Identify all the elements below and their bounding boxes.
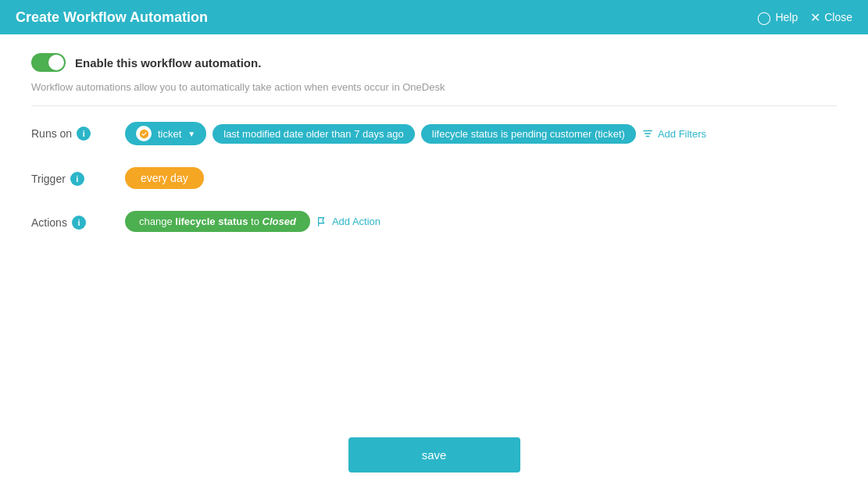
modal-header: Create Workflow Automation ◯ Help ✕ Clos… bbox=[0, 0, 868, 34]
enable-row: Enable this workflow automation. bbox=[31, 53, 837, 72]
runs-on-label: Runs on i bbox=[31, 122, 125, 141]
filter-pill-1[interactable]: last modified date older than 7 days ago bbox=[213, 124, 415, 144]
trigger-info-icon[interactable]: i bbox=[70, 172, 84, 186]
header-actions: ◯ Help ✕ Close bbox=[757, 10, 852, 25]
actions-info-icon[interactable]: i bbox=[72, 216, 86, 230]
trigger-label: Trigger i bbox=[31, 167, 125, 186]
save-button[interactable]: save bbox=[348, 437, 520, 473]
ticket-chevron-icon: ▼ bbox=[188, 130, 195, 138]
actions-label: Actions i bbox=[31, 211, 125, 230]
modal-title: Create Workflow Automation bbox=[16, 9, 208, 26]
filter-icon bbox=[642, 128, 653, 139]
modal-body: Enable this workflow automation. Workflo… bbox=[0, 34, 868, 425]
close-icon: ✕ bbox=[810, 10, 820, 25]
close-button[interactable]: ✕ Close bbox=[810, 10, 852, 25]
add-action-button[interactable]: Add Action bbox=[316, 216, 380, 227]
add-filters-button[interactable]: Add Filters bbox=[642, 128, 706, 140]
trigger-content: every day bbox=[125, 167, 837, 189]
help-icon: ◯ bbox=[757, 10, 771, 25]
modal-container: Create Workflow Automation ◯ Help ✕ Clos… bbox=[0, 0, 868, 485]
action-pill[interactable]: change lifecycle status to Closed bbox=[125, 211, 310, 232]
runs-on-row: Runs on i ticket ▼ last modified date ol… bbox=[31, 122, 837, 145]
filter-pill-2[interactable]: lifecycle status is pending customer (ti… bbox=[421, 124, 636, 144]
actions-content: change lifecycle status to Closed Add Ac… bbox=[125, 211, 837, 232]
description-text: Workflow automations allow you to automa… bbox=[31, 81, 837, 106]
help-button[interactable]: ◯ Help bbox=[757, 10, 798, 25]
ticket-dropdown[interactable]: ticket ▼ bbox=[125, 122, 206, 145]
enable-toggle[interactable] bbox=[31, 53, 66, 72]
runs-on-info-icon[interactable]: i bbox=[77, 127, 91, 141]
runs-on-content: ticket ▼ last modified date older than 7… bbox=[125, 122, 837, 145]
trigger-pill[interactable]: every day bbox=[125, 167, 204, 189]
trigger-row: Trigger i every day bbox=[31, 167, 837, 189]
flag-icon bbox=[316, 216, 327, 227]
actions-row: Actions i change lifecycle status to Clo… bbox=[31, 211, 837, 232]
modal-footer: save bbox=[0, 425, 868, 485]
ticket-type-icon bbox=[136, 126, 152, 141]
enable-label: Enable this workflow automation. bbox=[75, 56, 261, 70]
